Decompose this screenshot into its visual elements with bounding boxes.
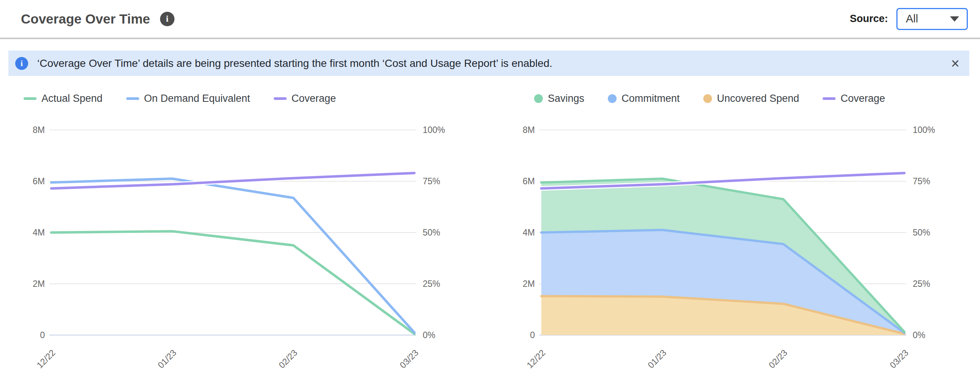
svg-text:100%: 100%	[913, 125, 935, 135]
source-dropdown[interactable]: All	[896, 8, 968, 30]
page-title: Coverage Over Time	[21, 11, 150, 27]
coverage-swatch-icon	[822, 97, 835, 100]
legend-label: On Demand Equivalent	[144, 93, 250, 105]
source-label: Source:	[850, 13, 888, 25]
svg-text:0: 0	[530, 330, 535, 340]
svg-text:6M: 6M	[33, 176, 45, 186]
legend-label: Coverage	[291, 93, 336, 105]
svg-text:75%: 75%	[423, 176, 440, 186]
legend-label: Savings	[548, 93, 584, 105]
svg-text:25%: 25%	[423, 279, 440, 289]
legend-item-actual-spend[interactable]: Actual Spend	[24, 93, 103, 105]
charts-row: Actual SpendOn Demand EquivalentCoverage…	[0, 87, 980, 376]
legend-item-savings[interactable]: Savings	[534, 93, 584, 105]
legend-item-commitment[interactable]: Commitment	[608, 93, 680, 105]
svg-text:50%: 50%	[423, 227, 440, 237]
source-dropdown-value: All	[906, 13, 918, 25]
svg-text:02/23: 02/23	[767, 348, 789, 370]
line-chart-svg[interactable]: 8M6M4M2M0100%75%50%25%0%12/2201/2302/230…	[0, 110, 490, 376]
svg-text:4M: 4M	[523, 227, 535, 237]
svg-text:100%: 100%	[423, 125, 445, 135]
banner-close-button[interactable]: ×	[951, 56, 959, 71]
svg-text:75%: 75%	[913, 176, 930, 186]
svg-text:6M: 6M	[523, 176, 535, 186]
svg-text:0%: 0%	[423, 330, 435, 340]
caret-down-icon	[950, 16, 959, 22]
actual-spend-swatch-icon	[24, 97, 37, 100]
banner-info-icon: i	[15, 57, 28, 70]
svg-text:8M: 8M	[33, 125, 45, 135]
svg-text:01/23: 01/23	[156, 348, 178, 370]
area-chart-svg[interactable]: 8M6M4M2M0100%75%50%25%0%12/2201/2302/230…	[490, 110, 980, 376]
legend-item-on-demand-equivalent[interactable]: On Demand Equivalent	[126, 93, 250, 105]
svg-text:2M: 2M	[33, 279, 45, 289]
legend-label: Uncovered Spend	[717, 93, 799, 105]
header-title-group: Coverage Over Time i	[21, 11, 175, 27]
legend-label: Commitment	[622, 93, 680, 105]
uncovered-spend-swatch-icon	[703, 94, 712, 103]
svg-text:12/22: 12/22	[35, 348, 57, 370]
coverage-swatch-icon	[274, 97, 286, 100]
svg-text:03/23: 03/23	[888, 348, 910, 370]
legend-item-uncovered-spend[interactable]: Uncovered Spend	[703, 93, 799, 105]
svg-text:01/23: 01/23	[646, 348, 668, 370]
svg-text:2M: 2M	[523, 279, 535, 289]
legend-label: Actual Spend	[41, 93, 103, 105]
chart-spend-lines: Actual SpendOn Demand EquivalentCoverage…	[0, 87, 490, 376]
savings-swatch-icon	[534, 94, 543, 103]
svg-text:8M: 8M	[523, 125, 535, 135]
legend-item-coverage[interactable]: Coverage	[822, 93, 885, 105]
banner-text: ‘Coverage Over Time’ details are being p…	[37, 57, 951, 70]
page-header: Coverage Over Time i Source: All	[0, 0, 980, 39]
svg-text:0: 0	[40, 330, 45, 340]
svg-text:25%: 25%	[913, 279, 930, 289]
chart-coverage-areas: SavingsCommitmentUncovered SpendCoverage…	[490, 87, 980, 376]
source-filter: Source: All	[850, 8, 968, 30]
svg-text:50%: 50%	[913, 227, 930, 237]
legend-label: Coverage	[840, 93, 885, 105]
legend-item-coverage[interactable]: Coverage	[274, 93, 336, 105]
svg-text:03/23: 03/23	[398, 348, 420, 370]
svg-text:4M: 4M	[33, 227, 45, 237]
svg-text:12/22: 12/22	[525, 348, 547, 370]
commitment-swatch-icon	[608, 94, 617, 103]
svg-text:02/23: 02/23	[277, 348, 299, 370]
info-banner: i ‘Coverage Over Time’ details are being…	[8, 51, 969, 76]
on-demand-equivalent-swatch-icon	[126, 97, 139, 100]
svg-text:0%: 0%	[913, 330, 925, 340]
legend-right-chart: SavingsCommitmentUncovered SpendCoverage	[490, 87, 980, 110]
info-icon[interactable]: i	[160, 12, 175, 26]
legend-left-chart: Actual SpendOn Demand EquivalentCoverage	[0, 87, 490, 110]
